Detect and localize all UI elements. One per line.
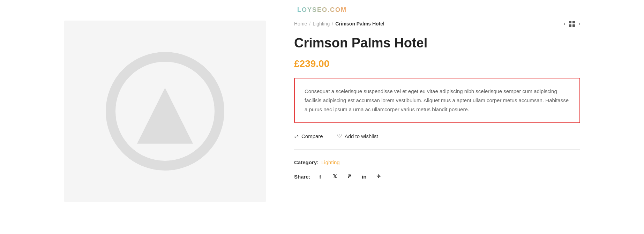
next-arrow-icon[interactable]: › xyxy=(578,21,580,27)
product-image-placeholder xyxy=(99,45,231,178)
breadcrumb: Home / Lighting / Crimson Palms Hotel xyxy=(294,21,384,27)
heart-icon: ♡ xyxy=(337,133,342,139)
product-info-area: Home / Lighting / Crimson Palms Hotel ‹ … xyxy=(266,21,580,181)
share-label: Share: xyxy=(294,174,310,180)
placeholder-triangle-icon xyxy=(137,88,193,144)
product-image-area xyxy=(64,21,266,202)
site-logo-area: LOYSEO.COM xyxy=(0,0,644,17)
breadcrumb-navigation: ‹ › xyxy=(563,21,580,27)
compare-label: Compare xyxy=(301,133,323,139)
product-title: Crimson Palms Hotel xyxy=(294,35,580,51)
share-telegram-icon[interactable]: ✈ xyxy=(374,172,384,181)
breadcrumb-sep-1: / xyxy=(309,21,310,27)
share-pinterest-icon[interactable]: 𝑷 xyxy=(345,172,354,181)
breadcrumb-home-link[interactable]: Home xyxy=(294,21,307,27)
breadcrumb-lighting-link[interactable]: Lighting xyxy=(313,21,330,27)
compare-button[interactable]: ⇌ Compare xyxy=(294,133,323,139)
product-price: £239.00 xyxy=(294,58,580,69)
wishlist-button[interactable]: ♡ Add to wishlist xyxy=(337,133,378,139)
grid-view-icon[interactable] xyxy=(569,21,575,27)
prev-arrow-icon[interactable]: ‹ xyxy=(563,21,565,27)
page-wrapper: LOYSEO.COM Home / Lighting / Crimson Pal… xyxy=(0,0,644,234)
site-logo-text: LOYSEO.COM xyxy=(297,6,347,13)
share-twitter-icon[interactable]: 𝕏 xyxy=(330,172,340,181)
share-row: Share: f 𝕏 𝑷 in ✈ xyxy=(294,172,580,181)
compare-icon: ⇌ xyxy=(294,133,299,139)
breadcrumb-row: Home / Lighting / Crimson Palms Hotel ‹ … xyxy=(294,21,580,27)
action-buttons-row: ⇌ Compare ♡ Add to wishlist xyxy=(294,133,580,150)
breadcrumb-current: Crimson Palms Hotel xyxy=(335,21,384,27)
share-facebook-icon[interactable]: f xyxy=(315,172,325,181)
main-content: Home / Lighting / Crimson Palms Hotel ‹ … xyxy=(43,17,601,216)
product-description-text: Consequat a scelerisque suspendisse vel … xyxy=(305,87,570,114)
share-linkedin-icon[interactable]: in xyxy=(359,172,369,181)
category-row: Category: Lighting xyxy=(294,159,580,165)
category-value-link[interactable]: Lighting xyxy=(321,159,340,165)
breadcrumb-sep-2: / xyxy=(332,21,333,27)
product-description-box: Consequat a scelerisque suspendisse vel … xyxy=(294,78,580,123)
wishlist-label: Add to wishlist xyxy=(345,133,378,139)
share-icons-group: f 𝕏 𝑷 in ✈ xyxy=(315,172,384,181)
category-label: Category: xyxy=(294,159,319,165)
